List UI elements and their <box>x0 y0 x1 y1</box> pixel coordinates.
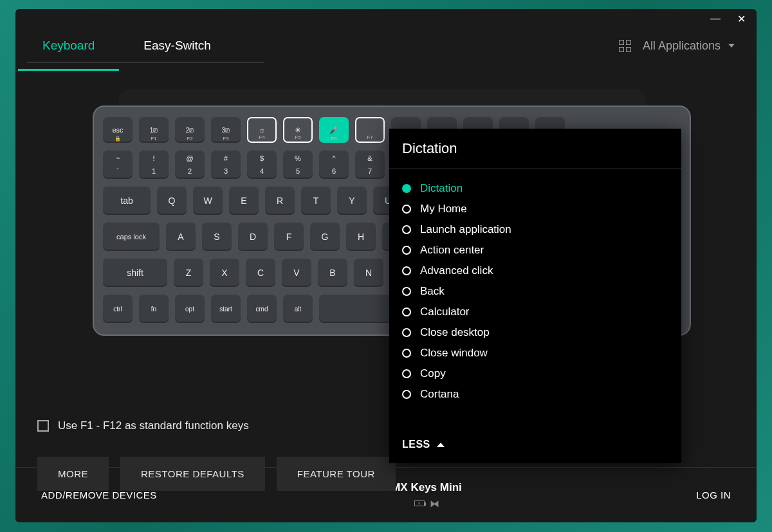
app-selector[interactable]: All Applications <box>643 39 735 53</box>
device-name: MX Keys Mini <box>391 481 462 494</box>
option-launch-application[interactable]: Launch application <box>402 219 668 240</box>
option-label: Close desktop <box>420 326 490 339</box>
option-label: Copy <box>420 367 446 380</box>
option-action-center[interactable]: Action center <box>402 240 668 261</box>
radio-icon <box>402 266 411 275</box>
option-back[interactable]: Back <box>402 281 668 302</box>
option-label: Action center <box>420 244 484 257</box>
app-window: — ✕ Keyboard Easy-Switch All Application… <box>15 9 757 522</box>
key-w[interactable]: W <box>193 187 223 215</box>
less-label: LESS <box>402 439 430 450</box>
tabs: Keyboard Easy-Switch All Applications <box>15 28 757 63</box>
key-7[interactable]: &7 <box>355 151 385 179</box>
key-x[interactable]: X <box>210 259 239 287</box>
key-e[interactable]: E <box>229 187 259 215</box>
key-g[interactable]: G <box>310 223 340 251</box>
option-label: Close window <box>420 347 488 360</box>
checkbox-icon <box>37 420 49 432</box>
battery-icon: × <box>414 500 425 506</box>
close-button[interactable]: ✕ <box>736 13 746 25</box>
key-alt[interactable]: alt <box>283 295 313 323</box>
key-ctrl[interactable]: ctrl <box>103 295 133 323</box>
action-popup: Dictation DictationMy HomeLaunch applica… <box>389 129 681 463</box>
option-cortana[interactable]: Cortana <box>402 384 668 405</box>
key-b[interactable]: B <box>318 259 347 287</box>
key-cmd[interactable]: cmd <box>247 295 277 323</box>
option-calculator[interactable]: Calculator <box>402 302 668 322</box>
more-button[interactable]: MORE <box>37 457 109 491</box>
key-esc[interactable]: esc🔒 <box>103 117 133 143</box>
key-f6-selected[interactable]: 🎤F6 <box>319 117 349 143</box>
key-1[interactable]: !1 <box>139 151 169 179</box>
key-d[interactable]: D <box>238 223 268 251</box>
radio-icon <box>402 307 411 316</box>
key-v[interactable]: V <box>282 259 311 287</box>
key-opt[interactable]: opt <box>175 295 205 323</box>
key-z[interactable]: Z <box>174 259 203 287</box>
content: esc🔒 1⎚F1 2⎚F2 3⎚F3 ☼F4 ☀F5 🎤F6 F7 F8 F9… <box>15 63 757 467</box>
option-close-window[interactable]: Close window <box>402 343 668 363</box>
radio-icon <box>402 225 411 234</box>
key-5[interactable]: %5 <box>283 151 313 179</box>
option-advanced-click[interactable]: Advanced click <box>402 261 668 281</box>
less-button[interactable]: LESS <box>389 430 681 463</box>
chevron-down-icon <box>728 44 735 48</box>
key-y[interactable]: Y <box>337 187 367 215</box>
key-a[interactable]: A <box>166 223 196 251</box>
key-t[interactable]: T <box>301 187 331 215</box>
fn-checkbox[interactable]: Use F1 - F12 as standard function keys <box>37 419 249 432</box>
feature-tour-button[interactable]: FEATURE TOUR <box>277 457 396 491</box>
key-capslock[interactable]: caps lock <box>103 223 160 251</box>
login-button[interactable]: LOG IN <box>696 490 731 500</box>
option-copy[interactable]: Copy <box>402 363 668 384</box>
key-6[interactable]: ^6 <box>319 151 349 179</box>
app-selector-label: All Applications <box>643 39 721 53</box>
key-`[interactable]: ~` <box>103 151 133 179</box>
key-f5[interactable]: ☀F5 <box>283 117 313 143</box>
key-f[interactable]: F <box>274 223 304 251</box>
tab-keyboard[interactable]: Keyboard <box>37 30 100 62</box>
key-q[interactable]: Q <box>157 187 187 215</box>
option-label: Advanced click <box>420 264 493 277</box>
key-c[interactable]: C <box>246 259 275 287</box>
add-remove-devices-button[interactable]: ADD/REMOVE DEVICES <box>41 490 157 500</box>
key-2[interactable]: @2 <box>175 151 205 179</box>
radio-icon <box>402 390 411 399</box>
fn-checkbox-label: Use F1 - F12 as standard function keys <box>58 419 249 432</box>
option-dictation[interactable]: Dictation <box>402 178 668 199</box>
key-f2[interactable]: 2⎚F2 <box>175 117 205 143</box>
key-tab[interactable]: tab <box>103 187 151 215</box>
radio-icon <box>402 328 411 337</box>
key-start[interactable]: start <box>211 295 241 323</box>
minimize-button[interactable]: — <box>710 13 721 24</box>
key-fn[interactable]: fn <box>139 295 169 323</box>
bluetooth-icon: ⧓ <box>430 498 439 509</box>
key-n[interactable]: N <box>354 259 383 287</box>
device-status: MX Keys Mini × ⧓ <box>391 481 462 509</box>
key-3[interactable]: #3 <box>211 151 241 179</box>
key-f1[interactable]: 1⎚F1 <box>139 117 169 143</box>
button-row: MORE RESTORE DEFAULTS FEATURE TOUR <box>37 457 396 491</box>
radio-icon <box>402 205 411 214</box>
key-f7[interactable]: F7 <box>355 117 385 143</box>
radio-icon <box>402 246 411 255</box>
option-label: Dictation <box>420 182 463 195</box>
tab-easy-switch[interactable]: Easy-Switch <box>138 30 216 62</box>
key-f3[interactable]: 3⎚F3 <box>211 117 241 143</box>
key-h[interactable]: H <box>346 223 376 251</box>
popup-title: Dictation <box>389 129 681 169</box>
app-grid-icon[interactable] <box>619 40 631 52</box>
key-s[interactable]: S <box>202 223 232 251</box>
key-r[interactable]: R <box>265 187 295 215</box>
option-label: Launch application <box>420 223 511 236</box>
restore-defaults-button[interactable]: RESTORE DEFAULTS <box>120 457 265 491</box>
chevron-up-icon <box>437 443 445 447</box>
radio-icon <box>402 184 411 193</box>
option-close-desktop[interactable]: Close desktop <box>402 322 668 343</box>
key-f4[interactable]: ☼F4 <box>247 117 277 143</box>
key-shift[interactable]: shift <box>103 259 167 287</box>
key-4[interactable]: $4 <box>247 151 277 179</box>
option-label: Back <box>420 285 445 298</box>
option-label: Cortana <box>420 388 459 401</box>
option-my-home[interactable]: My Home <box>402 199 668 219</box>
